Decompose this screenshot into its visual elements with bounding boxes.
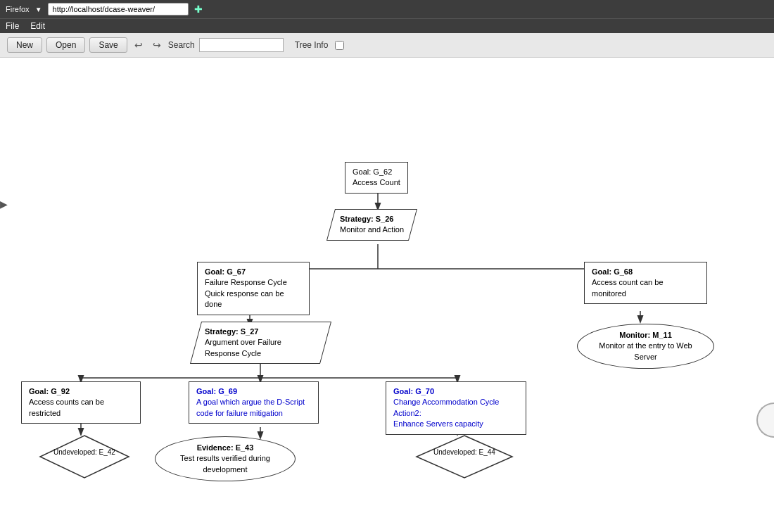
node-g68[interactable]: Goal: G_68 Access count can be monitored (584, 262, 707, 304)
node-m11[interactable]: Monitor: M_11 Monitor at the entry to We… (577, 324, 714, 369)
node-g69[interactable]: Goal: G_69 A goal which argue the D-Scri… (189, 381, 319, 424)
node-g67-line2: Quick response can be done (205, 289, 302, 310)
node-m11-id: Monitor: M_11 (589, 330, 702, 341)
node-e44[interactable]: Undeveloped: E_44 (415, 434, 514, 482)
node-e42[interactable]: Undeveloped: E_42 (39, 434, 130, 482)
node-g62-desc: Access Count (353, 177, 400, 188)
node-e43-id: Evidence: E_43 (167, 443, 284, 453)
undo-button[interactable]: ↩ (132, 38, 146, 52)
search-input[interactable] (199, 38, 284, 52)
node-e43-desc: Test results verified during development (167, 453, 284, 475)
node-g92-id: Goal: G_92 (29, 386, 133, 397)
node-g92[interactable]: Goal: G_92 Access counts can be restrict… (21, 381, 141, 424)
tree-info-checkbox[interactable] (335, 41, 344, 50)
url-bar[interactable]: http://localhost/dcase-weaver/ (48, 3, 189, 15)
browser-title: Firefox (6, 5, 30, 13)
menu-file[interactable]: File (6, 21, 19, 31)
save-button[interactable]: Save (89, 37, 127, 53)
node-g62-id: Goal: G_62 (353, 167, 400, 177)
redo-button[interactable]: ↪ (150, 38, 164, 52)
node-s27-desc: Argument over Failure Response Cycle (205, 337, 317, 359)
new-tab-button[interactable]: ✚ (194, 4, 203, 15)
node-g70[interactable]: Goal: G_70 Change Accommodation Cycle Ac… (386, 381, 526, 435)
svg-marker-19 (417, 436, 512, 478)
left-scroll-indicator: ▶ (0, 198, 8, 210)
svg-text:Undeveloped: E_44: Undeveloped: E_44 (433, 448, 495, 456)
node-g67[interactable]: Goal: G_67 Failure Response Cycle Quick … (197, 262, 310, 315)
open-button[interactable]: Open (46, 37, 85, 53)
svg-text:Undeveloped: E_42: Undeveloped: E_42 (53, 448, 115, 456)
menu-bar: File Edit (0, 18, 774, 33)
node-g68-id: Goal: G_68 (592, 267, 699, 277)
node-s26-id: Strategy: S_26 (340, 214, 404, 224)
node-g70-line2: Enhance Servers capacity (393, 419, 519, 429)
canvas: ▶ Goal: G_62 (0, 58, 774, 522)
node-g69-desc: A goal which argue the D-Script code for… (196, 397, 311, 419)
scroll-right-indicator[interactable] (756, 403, 774, 438)
browser-chrome: Firefox ▼ http://localhost/dcase-weaver/… (0, 0, 774, 18)
toolbar: New Open Save ↩ ↪ Search Tree Info (0, 33, 774, 58)
node-e43[interactable]: Evidence: E_43 Test results verified dur… (155, 436, 296, 481)
search-label: Search (168, 40, 195, 50)
node-s27-id: Strategy: S_27 (205, 327, 317, 337)
new-button[interactable]: New (7, 37, 42, 53)
node-g62[interactable]: Goal: G_62 Access Count (345, 162, 408, 194)
node-g69-id: Goal: G_69 (196, 386, 311, 397)
menu-edit[interactable]: Edit (30, 21, 45, 31)
node-g67-line1: Failure Response Cycle (205, 277, 302, 288)
dropdown-icon[interactable]: ▼ (35, 6, 42, 13)
node-s26[interactable]: Strategy: S_26 Monitor and Action (331, 209, 413, 241)
tree-info-label: Tree Info (295, 40, 329, 50)
node-g67-id: Goal: G_67 (205, 267, 302, 277)
node-g68-desc: Access count can be monitored (592, 277, 699, 299)
node-g70-line1: Change Accommodation Cycle Action2: (393, 397, 519, 419)
svg-marker-17 (40, 436, 129, 478)
node-s27[interactable]: Strategy: S_27 Argument over Failure Res… (196, 322, 326, 364)
node-g70-id: Goal: G_70 (393, 386, 519, 397)
node-g92-desc: Access counts can be restricted (29, 397, 133, 419)
node-m11-desc: Monitor at the entry to Web Server (589, 341, 702, 362)
node-s26-desc: Monitor and Action (340, 224, 404, 235)
